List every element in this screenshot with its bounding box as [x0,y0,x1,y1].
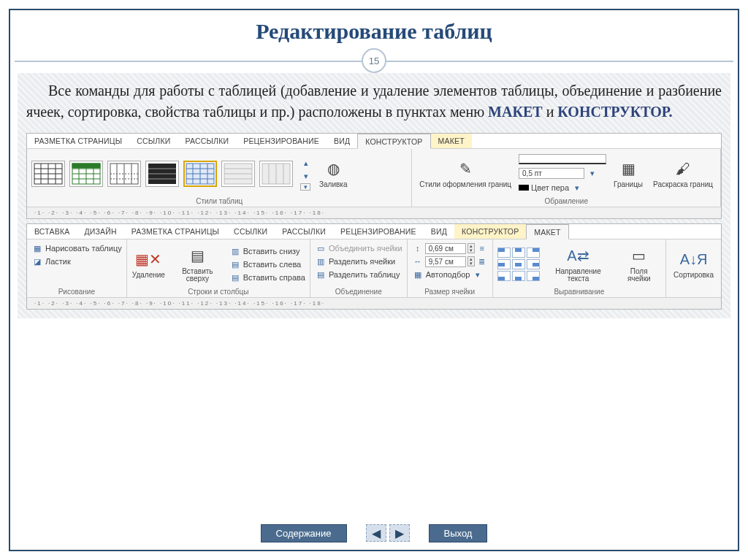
col-width-field[interactable]: ↔ 9,57 см ▲▼ ≣ [412,256,488,267]
autofit-icon: ▦ [412,269,424,280]
tab-mailings[interactable]: РАССЫЛКИ [178,134,237,148]
sort-button[interactable]: A↓Я Сортировка [671,248,717,281]
tab-page-layout[interactable]: РАЗМЕТКА СТРАНИЦЫ [124,224,226,239]
text-direction-icon: A⇄ [568,246,588,266]
cell-margins-label: Поля ячейки [619,268,658,283]
sort-label: Сортировка [673,272,714,280]
insert-above-icon: ▤ [187,246,207,266]
insert-left-label: Вставить слева [243,260,302,269]
body-paragraph: Все команды для работы с таблицей (добав… [26,80,722,123]
tab-page-layout[interactable]: РАЗМЕТКА СТРАНИЦЫ [27,134,129,148]
row-height-field[interactable]: ↕ 0,69 см ▲▼ ≡ [412,242,488,254]
split-cells-button[interactable]: ▥Разделить ячейки [315,256,395,267]
borders-label: Границы [614,181,643,189]
line-width-dropdown[interactable]: 0,5 пт [519,168,584,179]
tab-layout[interactable]: МАКЕТ [526,224,568,239]
tab-layout[interactable]: МАКЕТ [431,134,472,148]
align-ml[interactable] [497,259,511,269]
draw-table-button[interactable]: ▦Нарисовать таблицу [31,242,122,254]
paint-borders-label: Раскраска границ [653,181,713,189]
gallery-down-icon[interactable]: ▾ [300,170,312,182]
align-bl[interactable] [497,271,511,281]
align-mc[interactable] [512,259,525,269]
cell-margins-button[interactable]: ▭ Поля ячейки [617,245,661,285]
align-tr[interactable] [527,248,540,258]
distribute-cols-icon[interactable]: ≣ [476,256,488,267]
group-merge: Объединение [315,286,402,296]
next-arrow[interactable] [389,524,410,542]
row-height-value: 0,69 см [425,243,466,254]
borders-icon: ▦ [618,159,638,180]
insert-above-label: Вставить сверху [173,268,222,283]
table-style-thumb[interactable] [69,161,103,187]
cell-margins-icon: ▭ [629,246,649,266]
alignment-grid[interactable] [497,248,540,281]
pen-color-icon [519,185,529,191]
align-tl[interactable] [497,248,511,258]
spinner-icon[interactable]: ▲▼ [468,243,475,253]
contents-button[interactable]: Содержание [261,524,347,542]
merge-cells-button[interactable]: ▭Объединить ячейки [315,242,402,254]
gallery-up-icon[interactable]: ▴ [300,157,312,169]
fill-button[interactable]: ◍ Заливка [316,158,351,191]
distribute-rows-icon[interactable]: ≡ [476,242,488,254]
border-styles-button[interactable]: ✎ Стили оформления границ [416,158,514,191]
table-style-thumb[interactable] [31,161,65,187]
border-styles-label: Стили оформления границ [419,181,511,189]
insert-below-button[interactable]: ▥Вставить снизу [229,245,305,257]
insert-right-button[interactable]: ▤Вставить справа [229,272,305,283]
align-mr[interactable] [527,259,540,269]
pen-color-button[interactable]: Цвет пера ▾ [519,182,606,193]
tab-view[interactable]: ВИД [424,224,454,239]
eraser-button[interactable]: ◪Ластик [31,256,71,267]
pen-icon: ✎ [455,159,476,180]
table-style-thumb[interactable] [107,161,141,187]
table-style-thumb[interactable] [145,161,179,187]
text-direction-button[interactable]: A⇄ Направление текста [544,245,613,285]
paint-bucket-icon: ◍ [323,159,343,180]
tab-references[interactable]: ССЫЛКИ [129,134,178,148]
table-style-thumb[interactable] [259,161,293,187]
autofit-button[interactable]: ▦Автоподбор▾ [412,269,484,280]
split-table-icon: ▤ [315,269,327,280]
split-table-button[interactable]: ▤Разделить таблицу [315,269,400,280]
tab-constructor[interactable]: КОНСТРУКТОР [454,224,526,239]
tab-mailings[interactable]: РАССЫЛКИ [275,224,333,239]
table-style-thumb-selected[interactable] [183,161,217,187]
tab-review[interactable]: РЕЦЕНЗИРОВАНИЕ [236,134,327,148]
tab-review[interactable]: РЕЦЕНЗИРОВАНИЕ [333,224,424,239]
eraser-icon: ◪ [31,256,43,267]
spinner-icon[interactable]: ▲▼ [468,256,475,266]
align-br[interactable] [527,271,540,281]
delete-button[interactable]: ▦✕ Удаление [131,248,166,281]
align-tc[interactable] [512,248,525,258]
merge-label: Объединить ячейки [329,244,402,253]
page-number-badge: 15 [362,48,386,73]
align-bc[interactable] [512,271,525,281]
prev-arrow[interactable] [366,524,386,542]
chevron-down-icon[interactable]: ▾ [587,167,598,179]
split-cells-icon: ▥ [315,256,327,267]
fill-label: Заливка [319,181,348,189]
tab-references[interactable]: ССЫЛКИ [226,224,275,239]
group-table-styles: Стили таблиц [31,196,407,205]
eraser-label: Ластик [45,257,71,266]
tab-design[interactable]: ДИЗАЙН [77,224,123,239]
gallery-more-icon[interactable]: ▾ [300,183,310,191]
group-draw: Рисование [31,286,122,296]
tab-insert[interactable]: ВСТАВКА [27,224,77,239]
exit-button[interactable]: Выход [429,524,488,542]
ruler: ·1· ·2· ·3· ·4· ·5· ·6· ·7· ·8· ·9· ·10·… [27,207,721,218]
borders-button[interactable]: ▦ Границы [611,158,646,191]
line-style-dropdown[interactable] [519,154,606,164]
text-direction-label: Направление текста [547,268,610,283]
tab-constructor[interactable]: КОНСТРУКТОР [357,134,430,149]
tab-view[interactable]: ВИД [327,134,357,148]
insert-above-button[interactable]: ▤ Вставить сверху [170,245,225,285]
paint-borders-button[interactable]: 🖌 Раскраска границ [650,158,716,191]
table-style-thumb[interactable] [221,161,255,187]
insert-left-button[interactable]: ▤Вставить слева [229,258,305,270]
group-cell-size: Размер ячейки [412,286,488,296]
group-sort [671,286,717,296]
merge-icon: ▭ [315,242,327,254]
